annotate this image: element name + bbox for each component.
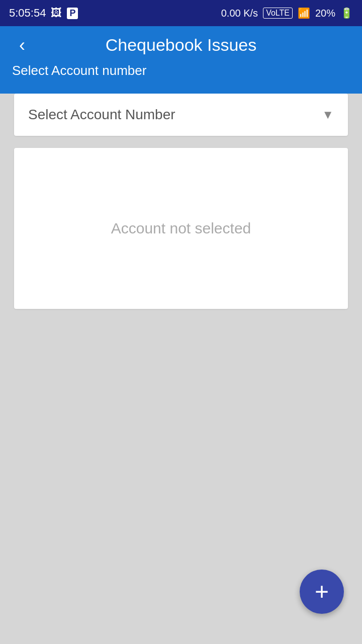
network-speed: 0.00 K/s [221, 8, 258, 19]
dropdown-placeholder: Select Account Number [28, 107, 175, 123]
plus-icon: + [315, 580, 329, 604]
signal-icon: 📶 [298, 7, 310, 19]
account-number-dropdown[interactable]: Select Account Number ▼ [14, 94, 348, 136]
page-title: Chequebook Issues [106, 35, 257, 55]
content-area: Select Account Number ▼ Account not sele… [0, 94, 362, 309]
empty-state-message: Account not selected [111, 220, 251, 237]
status-right: 0.00 K/s VoLTE 📶 20% 🔋 [221, 7, 353, 19]
select-account-label: Select Account number [10, 63, 352, 78]
battery-icon: 🔋 [340, 7, 353, 19]
account-info-panel: Account not selected [14, 148, 348, 309]
chevron-down-icon: ▼ [322, 108, 334, 122]
time-display: 5:05:54 [9, 7, 46, 20]
status-left: 5:05:54 🖼 P [9, 7, 78, 20]
status-bar: 5:05:54 🖼 P 0.00 K/s VoLTE 📶 20% 🔋 [0, 0, 362, 26]
battery-display: 20% [315, 8, 335, 19]
add-button[interactable]: + [300, 570, 344, 614]
app-bar-top: ‹ Chequebook Issues [10, 35, 352, 55]
gallery-icon: 🖼 [51, 7, 62, 20]
volte-badge: VoLTE [263, 8, 293, 19]
back-button[interactable]: ‹ [10, 33, 34, 57]
back-icon: ‹ [19, 35, 25, 56]
parking-icon: P [67, 8, 78, 19]
